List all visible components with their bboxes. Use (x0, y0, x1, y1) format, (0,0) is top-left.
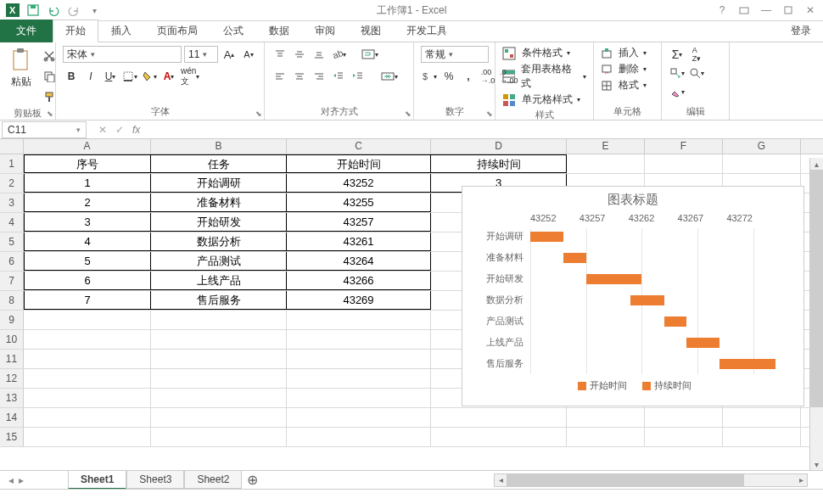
cell[interactable] (24, 350, 151, 368)
percent-format-icon[interactable]: % (440, 68, 457, 85)
cell[interactable] (645, 154, 723, 173)
cell-styles-button[interactable]: 单元格样式▾ (502, 92, 580, 107)
cell[interactable] (151, 369, 287, 388)
increase-decimal-icon[interactable]: .00→.0 (479, 68, 496, 85)
cell[interactable] (151, 350, 287, 368)
align-middle-icon[interactable] (291, 46, 308, 63)
cell[interactable]: 5 (24, 252, 151, 271)
cell[interactable]: 售后服务 (151, 291, 287, 310)
sheet-nav-next-icon[interactable]: ▸ (19, 474, 24, 486)
format-cells-button[interactable]: 格式▾ (601, 78, 647, 92)
row-header[interactable]: 1 (0, 154, 24, 173)
worksheet-grid[interactable]: A B C D E F G 1序号任务开始时间持续时间 21开始调研432523… (0, 139, 823, 463)
cell[interactable] (723, 408, 801, 427)
cell[interactable]: 2 (24, 193, 151, 212)
cell[interactable]: 产品测试 (151, 252, 287, 271)
cell[interactable] (567, 154, 645, 173)
qat-customize-icon[interactable]: ▾ (85, 1, 104, 20)
cell[interactable] (24, 369, 151, 388)
italic-button[interactable]: I (82, 68, 99, 85)
merge-center-button[interactable]: ▾ (380, 68, 399, 85)
cell[interactable] (151, 428, 287, 446)
cell[interactable] (287, 428, 431, 446)
tab-data[interactable]: 数据 (256, 20, 302, 42)
cell[interactable] (287, 330, 431, 349)
gantt-bar[interactable] (686, 338, 719, 348)
find-select-icon[interactable]: ▾ (688, 64, 705, 81)
scroll-left-icon[interactable]: ◂ (495, 474, 507, 486)
align-top-icon[interactable] (272, 46, 288, 63)
font-color-button[interactable]: A▾ (160, 68, 177, 85)
insert-cells-button[interactable]: 插入▾ (601, 46, 647, 60)
cell[interactable] (151, 408, 287, 427)
cell[interactable] (24, 408, 151, 427)
cell[interactable]: 43252 (287, 174, 431, 193)
gantt-bar[interactable] (664, 316, 686, 327)
sort-filter-icon[interactable]: AZ▾ (688, 46, 705, 63)
cell[interactable]: 开始研发 (151, 213, 287, 232)
cell[interactable] (24, 311, 151, 329)
col-header-A[interactable]: A (24, 139, 151, 154)
cell[interactable] (645, 428, 723, 446)
cell[interactable]: 开始时间 (287, 154, 431, 173)
comma-format-icon[interactable]: , (460, 68, 477, 85)
orientation-icon[interactable]: ab▾ (330, 46, 347, 63)
cell[interactable] (431, 428, 567, 446)
chart-legend[interactable]: 开始时间 持续时间 (462, 374, 803, 397)
help-icon[interactable]: ? (714, 3, 730, 18)
cell[interactable]: 持续时间 (431, 154, 567, 173)
row-header[interactable]: 15 (0, 428, 24, 446)
cell[interactable]: 准备材料 (151, 193, 287, 212)
cell[interactable] (287, 369, 431, 388)
scroll-thumb[interactable] (810, 170, 823, 407)
decrease-indent-icon[interactable] (330, 68, 347, 85)
delete-cells-button[interactable]: 删除▾ (601, 62, 647, 76)
col-header-G[interactable]: G (723, 139, 801, 154)
cell[interactable] (287, 350, 431, 368)
cell[interactable] (723, 154, 801, 173)
row-header[interactable]: 7 (0, 272, 24, 290)
cell[interactable] (287, 389, 431, 407)
paste-button[interactable]: 粘贴 (7, 46, 36, 91)
col-header-B[interactable]: B (151, 139, 287, 154)
font-dialog-icon[interactable]: ⬊ (255, 109, 262, 118)
sheet-tab[interactable]: Sheet1 (68, 471, 126, 490)
row-header[interactable]: 3 (0, 193, 24, 212)
redo-icon[interactable] (64, 1, 83, 20)
vertical-scrollbar[interactable]: ▴ ▾ (809, 158, 823, 470)
cell[interactable]: 开始调研 (151, 174, 287, 193)
gantt-chart[interactable]: 图表标题 43252 43257 43262 43267 43272 开始调研准… (462, 186, 804, 406)
bold-button[interactable]: B (63, 68, 80, 85)
align-center-icon[interactable] (291, 68, 308, 85)
border-button[interactable]: ▾ (121, 68, 138, 85)
cell[interactable]: 上线产品 (151, 272, 287, 290)
row-header[interactable]: 4 (0, 213, 24, 232)
col-header-D[interactable]: D (431, 139, 567, 154)
fx-icon[interactable]: fx (132, 124, 140, 136)
cell[interactable]: 4 (24, 232, 151, 251)
copy-icon[interactable] (41, 68, 58, 85)
cell[interactable] (287, 408, 431, 427)
decrease-font-icon[interactable]: A▾ (240, 46, 257, 63)
gantt-bar[interactable] (530, 232, 563, 242)
cell[interactable]: 任务 (151, 154, 287, 173)
cell[interactable]: 3 (24, 213, 151, 232)
cell[interactable]: 数据分析 (151, 232, 287, 251)
gantt-bar[interactable] (630, 295, 663, 305)
tab-dev[interactable]: 开发工具 (394, 20, 460, 42)
gantt-bar[interactable] (563, 253, 585, 263)
cell[interactable] (567, 428, 645, 446)
cell[interactable] (723, 428, 801, 446)
row-header[interactable]: 13 (0, 389, 24, 407)
cell[interactable] (287, 311, 431, 329)
horizontal-scrollbar[interactable]: ◂ ▸ (494, 473, 808, 487)
decrease-decimal-icon[interactable]: .0→.00 (499, 68, 519, 85)
number-dialog-icon[interactable]: ⬊ (486, 109, 493, 118)
row-header[interactable]: 8 (0, 291, 24, 310)
minimize-icon[interactable]: — (759, 3, 774, 18)
formula-bar[interactable]: ✕ ✓ fx (87, 124, 140, 136)
tab-file[interactable]: 文件 (0, 20, 53, 42)
scroll-up-icon[interactable]: ▴ (810, 158, 823, 170)
format-painter-icon[interactable] (41, 88, 58, 105)
col-header-C[interactable]: C (287, 139, 431, 154)
